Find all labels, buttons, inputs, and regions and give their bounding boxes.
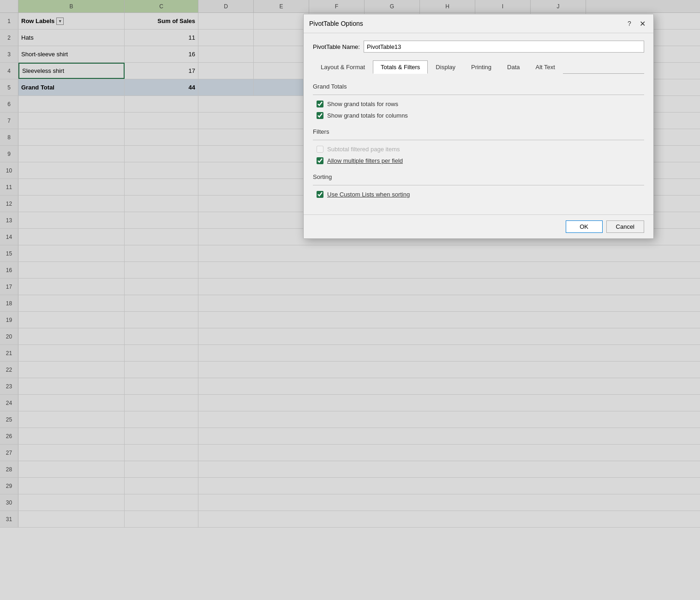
ok-button[interactable]: OK bbox=[566, 220, 603, 233]
sorting-section: Sorting Use Custom Lists when sorting bbox=[313, 173, 644, 198]
filters-title: Filters bbox=[313, 128, 644, 135]
use-custom-lists-checkbox[interactable] bbox=[317, 191, 323, 198]
tab-layout-format[interactable]: Layout & Format bbox=[313, 60, 373, 74]
allow-multiple-filters-checkbox[interactable] bbox=[317, 157, 323, 164]
sorting-title: Sorting bbox=[313, 173, 644, 180]
tab-alt-text[interactable]: Alt Text bbox=[528, 60, 563, 74]
use-custom-lists-label: Use Custom Lists when sorting bbox=[327, 191, 410, 198]
sorting-divider bbox=[313, 185, 644, 185]
show-grand-totals-cols-row: Show grand totals for columns bbox=[313, 112, 644, 119]
subtotal-filtered-checkbox[interactable] bbox=[317, 146, 323, 153]
dialog-controls: ? ✕ bbox=[624, 18, 648, 29]
dialog-title: PivotTable Options bbox=[309, 20, 363, 27]
tab-data[interactable]: Data bbox=[499, 60, 527, 74]
name-row: PivotTable Name: bbox=[313, 41, 644, 53]
dialog-titlebar: PivotTable Options ? ✕ bbox=[304, 14, 653, 33]
grand-totals-title: Grand Totals bbox=[313, 83, 644, 90]
subtotal-filtered-label: Subtotal filtered page items bbox=[327, 146, 400, 153]
subtotal-filtered-row: Subtotal filtered page items bbox=[313, 146, 644, 153]
grand-totals-divider bbox=[313, 95, 644, 95]
tabs-row: Layout & Format Totals & Filters Display… bbox=[313, 60, 644, 74]
show-grand-totals-cols-label: Show grand totals for columns bbox=[327, 112, 408, 119]
pivot-table-options-dialog: PivotTable Options ? ✕ PivotTable Name: … bbox=[303, 14, 654, 239]
close-button[interactable]: ✕ bbox=[637, 18, 648, 29]
allow-multiple-filters-label: Allow multiple filters per field bbox=[327, 157, 403, 164]
allow-multiple-filters-row: Allow multiple filters per field bbox=[313, 157, 644, 164]
tab-printing[interactable]: Printing bbox=[463, 60, 499, 74]
filters-section: Filters Subtotal filtered page items All… bbox=[313, 128, 644, 164]
dialog-overlay: PivotTable Options ? ✕ PivotTable Name: … bbox=[0, 0, 700, 600]
use-custom-lists-row: Use Custom Lists when sorting bbox=[313, 191, 644, 198]
name-label: PivotTable Name: bbox=[313, 43, 360, 50]
filters-divider bbox=[313, 140, 644, 140]
show-grand-totals-cols-checkbox[interactable] bbox=[317, 112, 323, 119]
dialog-footer: OK Cancel bbox=[304, 214, 653, 238]
grand-totals-section: Grand Totals Show grand totals for rows … bbox=[313, 83, 644, 119]
show-grand-totals-rows-checkbox[interactable] bbox=[317, 101, 323, 107]
show-grand-totals-rows-row: Show grand totals for rows bbox=[313, 101, 644, 107]
cancel-button[interactable]: Cancel bbox=[606, 220, 644, 233]
dialog-body: PivotTable Name: Layout & Format Totals … bbox=[304, 33, 653, 214]
tab-display[interactable]: Display bbox=[428, 60, 463, 74]
pivottable-name-input[interactable] bbox=[364, 41, 644, 53]
tab-totals-filters[interactable]: Totals & Filters bbox=[373, 60, 428, 74]
show-grand-totals-rows-label: Show grand totals for rows bbox=[327, 101, 398, 107]
help-button[interactable]: ? bbox=[624, 18, 635, 29]
